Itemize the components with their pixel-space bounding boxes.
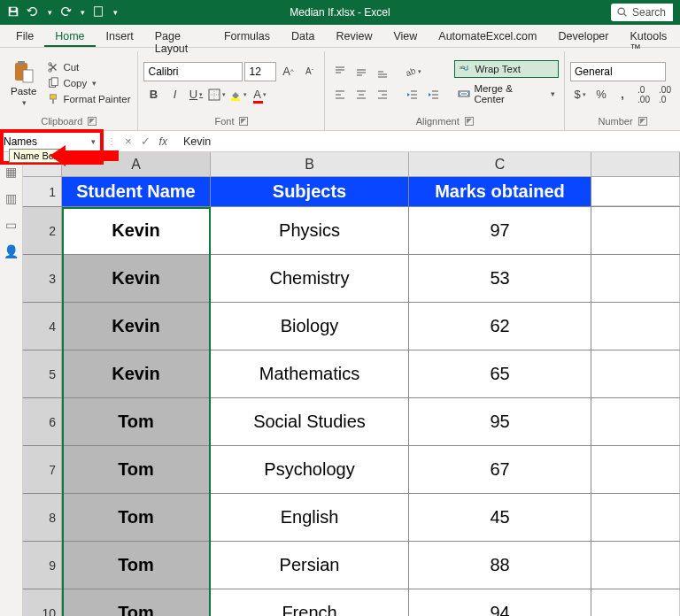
align-middle-icon[interactable] [352, 62, 371, 81]
borders-button[interactable] [207, 85, 227, 104]
cell-subject[interactable]: Chemistry [211, 255, 409, 302]
increase-indent-icon[interactable] [424, 85, 444, 104]
tab-home[interactable]: Home [44, 25, 95, 47]
cell-blank[interactable] [591, 303, 680, 350]
cell-blank[interactable] [591, 350, 680, 397]
align-center-icon[interactable] [352, 85, 371, 104]
undo-dropdown[interactable]: ▾ [48, 8, 52, 17]
header-student-name[interactable]: Student Name [62, 177, 211, 206]
row-header[interactable]: 4 [23, 303, 62, 350]
cell-student-name[interactable]: Tom [62, 542, 211, 589]
fx-icon[interactable]: fx [159, 135, 167, 148]
search-box[interactable]: Search [611, 4, 673, 21]
cell-subject[interactable]: Physics [211, 207, 409, 254]
row-header[interactable]: 7 [23, 446, 62, 493]
cell-student-name[interactable]: Tom [62, 494, 211, 541]
tab-view[interactable]: View [382, 25, 428, 47]
orientation-icon[interactable]: ab [403, 62, 422, 81]
cell-blank[interactable] [591, 446, 680, 493]
cell-marks[interactable]: 67 [409, 446, 591, 493]
bold-button[interactable]: B [143, 85, 163, 104]
alignment-dialog-launcher[interactable] [465, 117, 474, 126]
qat-file-icon[interactable] [92, 5, 104, 20]
row-header[interactable]: 10 [23, 589, 62, 616]
cell-subject[interactable]: French [211, 589, 409, 616]
cell-subject[interactable]: Mathematics [211, 350, 409, 397]
col-header-B[interactable]: B [211, 152, 409, 176]
tab-page-layout[interactable]: Page Layout [144, 25, 213, 47]
tab-file[interactable]: File [5, 25, 44, 47]
cell-student-name[interactable]: Kevin [62, 255, 211, 302]
increase-font-icon[interactable]: A^ [278, 62, 298, 81]
tab-insert[interactable]: Insert [96, 25, 144, 47]
comma-format-icon[interactable]: , [613, 85, 632, 104]
font-name-select[interactable] [143, 62, 243, 81]
cell-blank[interactable] [591, 494, 680, 541]
cell-marks[interactable]: 45 [409, 494, 591, 541]
decrease-font-icon[interactable]: Aˇ [299, 62, 319, 81]
row-header[interactable]: 2 [23, 207, 62, 254]
cell-blank[interactable] [591, 589, 680, 616]
header-subjects[interactable]: Subjects [211, 177, 409, 206]
cell-marks[interactable]: 94 [409, 589, 591, 616]
underline-button[interactable]: U [186, 85, 205, 104]
row-header[interactable]: 9 [23, 542, 62, 589]
redo-icon[interactable] [59, 5, 72, 20]
formula-input[interactable]: Kevin [173, 135, 211, 148]
tab-formulas[interactable]: Formulas [213, 25, 281, 47]
decrease-decimal-icon[interactable]: .00.0 [655, 85, 675, 104]
cell-student-name[interactable]: Tom [62, 398, 211, 445]
cut-button[interactable]: Cut [45, 60, 132, 74]
copy-button[interactable]: Copy▾ [45, 76, 132, 90]
cell-marks[interactable]: 62 [409, 303, 591, 350]
cell-subject[interactable]: Biology [211, 303, 409, 350]
cell-student-name[interactable]: Kevin [62, 350, 211, 397]
cell-blank[interactable] [591, 255, 680, 302]
side-doc-icon[interactable]: ▭ [5, 218, 17, 232]
side-people-icon[interactable]: 👤 [4, 244, 19, 258]
cell-student-name[interactable]: Kevin [62, 207, 211, 254]
percent-format-icon[interactable]: % [591, 85, 611, 104]
tab-developer[interactable]: Developer [548, 25, 620, 47]
font-dialog-launcher[interactable] [239, 117, 248, 126]
clipboard-dialog-launcher[interactable] [88, 117, 97, 126]
font-size-select[interactable] [244, 62, 276, 81]
decrease-indent-icon[interactable] [403, 85, 422, 104]
enter-formula-icon[interactable]: ✓ [141, 135, 151, 148]
cell-marks[interactable]: 53 [409, 255, 591, 302]
cell-marks[interactable]: 97 [409, 207, 591, 254]
cell-student-name[interactable]: Kevin [62, 303, 211, 350]
cell-subject[interactable]: English [211, 494, 409, 541]
cell-marks[interactable]: 95 [409, 398, 591, 445]
cell-student-name[interactable]: Tom [62, 446, 211, 493]
italic-button[interactable]: I [165, 85, 184, 104]
save-icon[interactable] [7, 5, 19, 20]
row-header[interactable]: 3 [23, 255, 62, 302]
qat-customize[interactable]: ▾ [113, 8, 118, 17]
accounting-format-icon[interactable]: $ [570, 85, 590, 104]
name-box-dropdown[interactable]: ▾ [88, 137, 99, 146]
increase-decimal-icon[interactable]: .0.00 [634, 85, 653, 104]
align-top-icon[interactable] [330, 62, 350, 81]
align-left-icon[interactable] [330, 85, 350, 104]
row-header[interactable]: 6 [23, 398, 62, 445]
font-color-button[interactable]: A [250, 85, 269, 104]
wrap-text-button[interactable]: abWrap Text [454, 60, 559, 78]
cell-blank[interactable] [591, 542, 680, 589]
row-header[interactable]: 5 [23, 350, 62, 397]
col-header-C[interactable]: C [409, 152, 591, 176]
cell-blank[interactable] [591, 398, 680, 445]
cell-marks[interactable]: 88 [409, 542, 591, 589]
cell-blank[interactable] [591, 177, 680, 206]
align-right-icon[interactable] [373, 85, 392, 104]
paste-button[interactable]: Paste ▾ [5, 56, 42, 111]
cell-subject[interactable]: Persian [211, 542, 409, 589]
format-painter-button[interactable]: Format Painter [45, 92, 132, 106]
undo-icon[interactable] [27, 5, 39, 20]
cell-student-name[interactable]: Tom [62, 589, 211, 616]
row-header[interactable]: 8 [23, 494, 62, 541]
row-header-1[interactable]: 1 [23, 177, 62, 206]
redo-dropdown[interactable]: ▾ [81, 8, 85, 17]
tab-data[interactable]: Data [281, 25, 325, 47]
tab-review[interactable]: Review [325, 25, 382, 47]
